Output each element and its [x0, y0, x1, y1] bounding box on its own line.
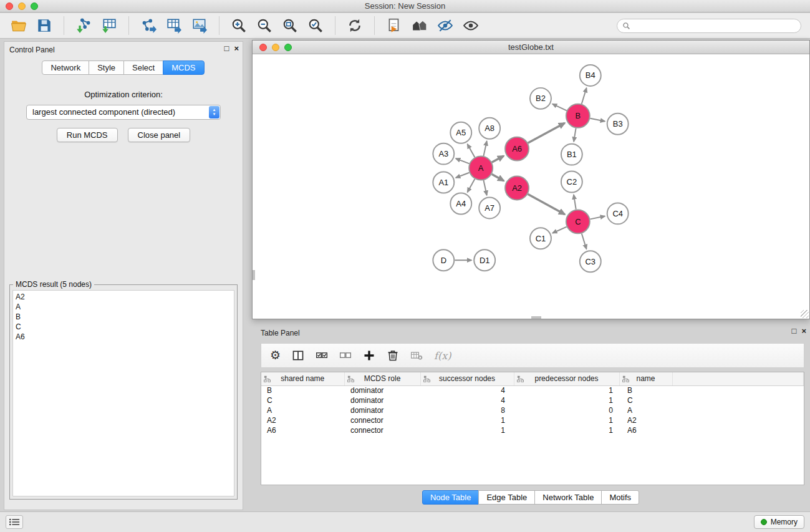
edge-A2-C[interactable] [528, 194, 565, 215]
tab-network[interactable]: Network [42, 60, 89, 75]
zoom-window-button[interactable] [31, 2, 38, 10]
network-node-C4[interactable]: C4 [607, 203, 629, 224]
horizontal-scroll-thumb[interactable] [531, 316, 541, 319]
network-node-C3[interactable]: C3 [580, 251, 601, 272]
edge-B-B2[interactable] [552, 104, 567, 111]
edge-A-A1[interactable] [456, 173, 470, 178]
close-network-window-button[interactable] [259, 44, 267, 51]
zoom-fit-icon[interactable] [280, 16, 300, 36]
search-box[interactable] [617, 19, 801, 33]
network-window-titlebar[interactable]: testGlobe.txt [253, 41, 809, 54]
run-mcds-button[interactable]: Run MCDS [57, 128, 118, 142]
export-table-icon[interactable] [164, 16, 184, 36]
network-node-D[interactable]: D [433, 249, 454, 271]
optimization-criterion-dropdown[interactable]: largest connected component (directed) ▲… [26, 105, 221, 120]
network-node-B1[interactable]: B1 [561, 144, 582, 165]
edge-B-B4[interactable] [582, 88, 587, 104]
export-network-icon[interactable] [138, 16, 158, 36]
zoom-network-window-button[interactable] [284, 44, 292, 51]
tab-edge-table[interactable]: Edge Table [478, 490, 535, 505]
edge-C-C2[interactable] [574, 195, 576, 209]
import-network-icon[interactable] [74, 16, 94, 36]
tab-style[interactable]: Style [89, 60, 124, 75]
vertical-scroll-thumb[interactable] [253, 270, 255, 280]
close-table-panel-icon[interactable]: × [801, 327, 806, 336]
tab-node-table[interactable]: Node Table [422, 490, 480, 505]
network-node-A1[interactable]: A1 [433, 172, 454, 193]
close-window-button[interactable] [6, 2, 13, 10]
column-header-name[interactable]: name [619, 372, 672, 385]
column-header-shared-name[interactable]: shared name [261, 372, 344, 385]
mcds-result-item[interactable]: C [13, 322, 234, 332]
table-row[interactable]: A2connector11A2 [261, 415, 804, 425]
network-node-A6[interactable]: A6 [505, 137, 529, 161]
tab-select[interactable]: Select [123, 60, 163, 75]
network-graph[interactable]: B4B2BB3A5A8A6A3B1AA1C2A2A4A7CC4C1C3DD1 [253, 55, 809, 319]
network-node-A[interactable]: A [469, 157, 493, 180]
table-row[interactable]: Bdominator41B [261, 385, 804, 395]
network-node-A7[interactable]: A7 [479, 197, 500, 218]
column-header-MCDS-role[interactable]: MCDS role [344, 372, 420, 385]
search-input[interactable] [634, 21, 796, 30]
tab-mcds[interactable]: MCDS [163, 60, 204, 75]
zoom-selected-icon[interactable] [306, 16, 325, 36]
edge-C-C1[interactable] [552, 227, 567, 233]
function-builder-icon[interactable]: f(x) [434, 350, 451, 362]
column-layout-icon[interactable] [292, 347, 304, 364]
home-icon[interactable] [410, 16, 430, 36]
edge-A-A4[interactable] [468, 179, 475, 192]
edge-A-A2[interactable] [492, 174, 504, 181]
float-panel-icon[interactable]: □ [224, 44, 229, 53]
edge-B-B3[interactable] [590, 118, 605, 122]
network-node-B2[interactable]: B2 [530, 88, 551, 109]
zoom-out-icon[interactable] [254, 16, 274, 36]
show-details-icon[interactable] [461, 16, 481, 36]
minimize-window-button[interactable] [18, 2, 26, 10]
network-node-B3[interactable]: B3 [607, 114, 629, 135]
table-row[interactable]: Cdominator41C [261, 395, 804, 405]
tab-network-table[interactable]: Network Table [534, 490, 602, 505]
column-header-successor-nodes[interactable]: successor nodes [420, 372, 514, 385]
network-node-C[interactable]: C [566, 210, 590, 233]
network-node-A3[interactable]: A3 [433, 143, 454, 165]
save-icon[interactable] [34, 16, 54, 36]
destroy-table-icon[interactable] [410, 347, 423, 364]
network-node-A4[interactable]: A4 [450, 193, 471, 214]
mcds-result-item[interactable]: A2 [13, 292, 234, 302]
table-row[interactable]: Adominator80A [261, 405, 804, 415]
network-node-D1[interactable]: D1 [474, 249, 495, 271]
tab-motifs[interactable]: Motifs [601, 490, 639, 505]
minimize-network-window-button[interactable] [272, 44, 279, 51]
open-folder-icon[interactable] [9, 16, 29, 36]
network-canvas[interactable]: B4B2BB3A5A8A6A3B1AA1C2A2A4A7CC4C1C3DD1 [253, 55, 809, 319]
edge-A-A3[interactable] [456, 158, 470, 163]
mcds-result-item[interactable]: A [13, 302, 234, 312]
mcds-result-item[interactable]: A6 [13, 332, 234, 342]
edge-A-A8[interactable] [483, 141, 486, 156]
network-node-C1[interactable]: C1 [530, 228, 551, 249]
edge-A-A5[interactable] [468, 144, 475, 157]
edge-A-A6[interactable] [492, 156, 504, 162]
edge-C-C3[interactable] [582, 233, 587, 249]
close-panel-button[interactable]: Close panel [128, 128, 191, 142]
edge-B-B1[interactable] [574, 128, 576, 142]
mcds-result-list[interactable]: A2ABCA6 [12, 290, 234, 496]
export-image-icon[interactable] [190, 16, 210, 36]
edge-C-C4[interactable] [590, 216, 605, 220]
network-node-A2[interactable]: A2 [505, 177, 529, 200]
deselect-all-icon[interactable] [339, 347, 352, 364]
delete-row-icon[interactable] [387, 347, 399, 364]
add-row-icon[interactable] [363, 347, 375, 364]
dropdown-stepper-icon[interactable]: ▲▼ [209, 106, 219, 118]
column-header-predecessor-nodes[interactable]: predecessor nodes [514, 372, 619, 385]
hide-details-icon[interactable] [435, 16, 455, 36]
network-node-B4[interactable]: B4 [580, 65, 601, 86]
zoom-in-icon[interactable] [229, 16, 249, 36]
import-table-icon[interactable] [99, 16, 119, 36]
float-table-panel-icon[interactable]: □ [792, 327, 797, 336]
mcds-result-item[interactable]: B [13, 312, 234, 322]
refresh-icon[interactable] [345, 16, 365, 36]
task-history-button[interactable] [6, 515, 23, 529]
window-resize-grip[interactable] [801, 310, 809, 318]
network-node-B[interactable]: B [566, 104, 590, 128]
